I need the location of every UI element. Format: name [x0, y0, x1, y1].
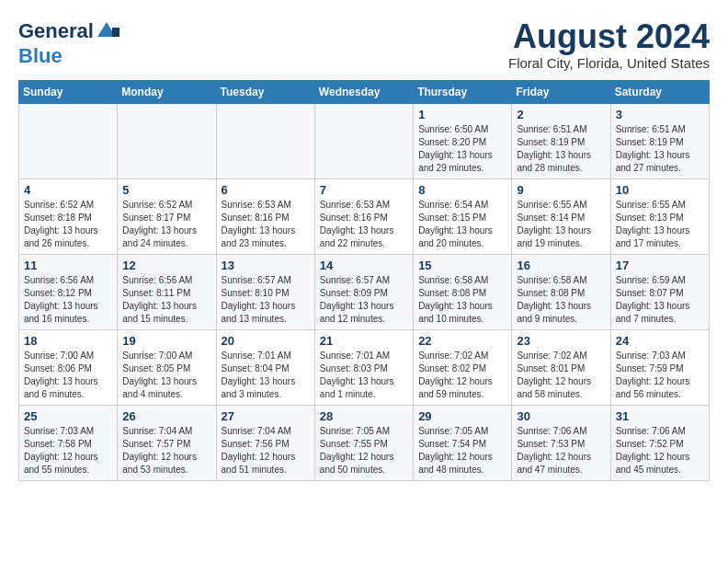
- day-info: Sunrise: 7:06 AM Sunset: 7:53 PM Dayligh…: [517, 425, 605, 477]
- logo-text-blue: Blue: [18, 44, 63, 68]
- day-number: 4: [24, 183, 112, 197]
- day-number: 23: [517, 334, 605, 348]
- day-info: Sunrise: 7:04 AM Sunset: 7:56 PM Dayligh…: [222, 425, 310, 477]
- page-header: General Blue August 2024 Floral City, Fl…: [18, 18, 710, 71]
- day-number: 24: [616, 334, 704, 348]
- day-info: Sunrise: 6:55 AM Sunset: 8:13 PM Dayligh…: [616, 199, 704, 250]
- day-info: Sunrise: 6:56 AM Sunset: 8:12 PM Dayligh…: [24, 274, 112, 326]
- calendar-cell: 3Sunrise: 6:51 AM Sunset: 8:19 PM Daylig…: [610, 103, 709, 178]
- day-info: Sunrise: 7:02 AM Sunset: 8:01 PM Dayligh…: [517, 350, 605, 401]
- main-title: August 2024: [508, 18, 710, 55]
- calendar-cell: 25Sunrise: 7:03 AM Sunset: 7:58 PM Dayli…: [19, 405, 118, 480]
- day-number: 18: [24, 334, 112, 348]
- calendar-cell: [216, 103, 314, 178]
- logo-text-general: General: [18, 21, 94, 41]
- day-info: Sunrise: 7:01 AM Sunset: 8:03 PM Dayligh…: [320, 350, 408, 401]
- day-number: 22: [418, 334, 506, 348]
- calendar-cell: 29Sunrise: 7:05 AM Sunset: 7:54 PM Dayli…: [414, 405, 512, 480]
- day-info: Sunrise: 7:03 AM Sunset: 7:58 PM Dayligh…: [24, 425, 112, 477]
- calendar-week-row: 4Sunrise: 6:52 AM Sunset: 8:18 PM Daylig…: [19, 178, 710, 254]
- day-info: Sunrise: 6:52 AM Sunset: 8:17 PM Dayligh…: [122, 199, 210, 250]
- calendar-cell: 7Sunrise: 6:53 AM Sunset: 8:16 PM Daylig…: [314, 178, 413, 254]
- day-number: 21: [320, 334, 408, 348]
- calendar-cell: [19, 103, 118, 178]
- day-info: Sunrise: 7:03 AM Sunset: 7:59 PM Dayligh…: [616, 350, 704, 401]
- day-info: Sunrise: 7:04 AM Sunset: 7:57 PM Dayligh…: [122, 425, 210, 477]
- day-info: Sunrise: 7:05 AM Sunset: 7:54 PM Dayligh…: [418, 425, 506, 477]
- day-info: Sunrise: 6:56 AM Sunset: 8:11 PM Dayligh…: [122, 274, 210, 326]
- day-info: Sunrise: 6:57 AM Sunset: 8:10 PM Dayligh…: [222, 274, 310, 326]
- title-block: August 2024 Floral City, Florida, United…: [508, 18, 710, 71]
- calendar-week-row: 11Sunrise: 6:56 AM Sunset: 8:12 PM Dayli…: [19, 254, 710, 329]
- logo: General Blue: [18, 18, 119, 68]
- day-info: Sunrise: 6:53 AM Sunset: 8:16 PM Dayligh…: [320, 199, 408, 250]
- day-number: 5: [122, 183, 210, 197]
- day-number: 31: [616, 409, 704, 423]
- calendar-cell: 31Sunrise: 7:06 AM Sunset: 7:52 PM Dayli…: [610, 405, 709, 480]
- col-header-saturday: Saturday: [610, 80, 709, 103]
- day-info: Sunrise: 6:50 AM Sunset: 8:20 PM Dayligh…: [418, 123, 506, 175]
- day-info: Sunrise: 6:52 AM Sunset: 8:18 PM Dayligh…: [24, 199, 112, 250]
- subtitle: Floral City, Florida, United States: [508, 55, 710, 71]
- day-number: 3: [616, 108, 704, 121]
- day-number: 12: [122, 259, 210, 272]
- calendar-cell: 18Sunrise: 7:00 AM Sunset: 8:06 PM Dayli…: [19, 329, 118, 405]
- col-header-wednesday: Wednesday: [314, 80, 413, 103]
- day-info: Sunrise: 7:01 AM Sunset: 8:04 PM Dayligh…: [222, 350, 310, 401]
- col-header-thursday: Thursday: [414, 80, 512, 103]
- calendar-cell: 17Sunrise: 6:59 AM Sunset: 8:07 PM Dayli…: [610, 254, 709, 329]
- day-number: 15: [418, 259, 506, 272]
- calendar-cell: [118, 103, 216, 178]
- day-number: 29: [418, 409, 506, 423]
- logo-icon: [94, 18, 119, 44]
- day-number: 11: [24, 259, 112, 272]
- calendar-cell: 20Sunrise: 7:01 AM Sunset: 8:04 PM Dayli…: [216, 329, 314, 405]
- col-header-sunday: Sunday: [19, 80, 118, 103]
- calendar-cell: 8Sunrise: 6:54 AM Sunset: 8:15 PM Daylig…: [414, 178, 512, 254]
- day-info: Sunrise: 7:05 AM Sunset: 7:55 PM Dayligh…: [320, 425, 408, 477]
- day-number: 2: [517, 108, 605, 121]
- day-number: 13: [222, 259, 310, 272]
- day-number: 9: [517, 183, 605, 197]
- calendar-cell: 30Sunrise: 7:06 AM Sunset: 7:53 PM Dayli…: [512, 405, 610, 480]
- calendar-cell: 28Sunrise: 7:05 AM Sunset: 7:55 PM Dayli…: [314, 405, 413, 480]
- calendar-cell: 12Sunrise: 6:56 AM Sunset: 8:11 PM Dayli…: [118, 254, 216, 329]
- day-number: 10: [616, 183, 704, 197]
- calendar-week-row: 25Sunrise: 7:03 AM Sunset: 7:58 PM Dayli…: [19, 405, 710, 480]
- calendar-week-row: 1Sunrise: 6:50 AM Sunset: 8:20 PM Daylig…: [19, 103, 710, 178]
- day-number: 26: [122, 409, 210, 423]
- calendar-header-row: SundayMondayTuesdayWednesdayThursdayFrid…: [19, 80, 710, 103]
- day-info: Sunrise: 7:02 AM Sunset: 8:02 PM Dayligh…: [418, 350, 506, 401]
- svg-marker-1: [112, 28, 119, 37]
- calendar-cell: 11Sunrise: 6:56 AM Sunset: 8:12 PM Dayli…: [19, 254, 118, 329]
- day-info: Sunrise: 7:06 AM Sunset: 7:52 PM Dayligh…: [616, 425, 704, 477]
- calendar-cell: 19Sunrise: 7:00 AM Sunset: 8:05 PM Dayli…: [118, 329, 216, 405]
- day-number: 6: [222, 183, 310, 197]
- calendar-cell: 21Sunrise: 7:01 AM Sunset: 8:03 PM Dayli…: [314, 329, 413, 405]
- calendar-cell: 1Sunrise: 6:50 AM Sunset: 8:20 PM Daylig…: [414, 103, 512, 178]
- col-header-monday: Monday: [118, 80, 216, 103]
- calendar-cell: 6Sunrise: 6:53 AM Sunset: 8:16 PM Daylig…: [216, 178, 314, 254]
- col-header-friday: Friday: [512, 80, 610, 103]
- calendar-cell: 9Sunrise: 6:55 AM Sunset: 8:14 PM Daylig…: [512, 178, 610, 254]
- col-header-tuesday: Tuesday: [216, 80, 314, 103]
- day-number: 7: [320, 183, 408, 197]
- day-info: Sunrise: 6:51 AM Sunset: 8:19 PM Dayligh…: [517, 123, 605, 175]
- day-info: Sunrise: 6:58 AM Sunset: 8:08 PM Dayligh…: [517, 274, 605, 326]
- calendar-cell: 2Sunrise: 6:51 AM Sunset: 8:19 PM Daylig…: [512, 103, 610, 178]
- calendar-cell: 15Sunrise: 6:58 AM Sunset: 8:08 PM Dayli…: [414, 254, 512, 329]
- day-info: Sunrise: 7:00 AM Sunset: 8:06 PM Dayligh…: [24, 350, 112, 401]
- day-number: 28: [320, 409, 408, 423]
- calendar-cell: 5Sunrise: 6:52 AM Sunset: 8:17 PM Daylig…: [118, 178, 216, 254]
- calendar-cell: 14Sunrise: 6:57 AM Sunset: 8:09 PM Dayli…: [314, 254, 413, 329]
- day-number: 1: [418, 108, 506, 121]
- day-number: 16: [517, 259, 605, 272]
- calendar-cell: 27Sunrise: 7:04 AM Sunset: 7:56 PM Dayli…: [216, 405, 314, 480]
- calendar-table: SundayMondayTuesdayWednesdayThursdayFrid…: [18, 80, 710, 481]
- day-number: 8: [418, 183, 506, 197]
- calendar-cell: 22Sunrise: 7:02 AM Sunset: 8:02 PM Dayli…: [414, 329, 512, 405]
- calendar-cell: 4Sunrise: 6:52 AM Sunset: 8:18 PM Daylig…: [19, 178, 118, 254]
- day-number: 30: [517, 409, 605, 423]
- day-info: Sunrise: 6:58 AM Sunset: 8:08 PM Dayligh…: [418, 274, 506, 326]
- day-info: Sunrise: 6:54 AM Sunset: 8:15 PM Dayligh…: [418, 199, 506, 250]
